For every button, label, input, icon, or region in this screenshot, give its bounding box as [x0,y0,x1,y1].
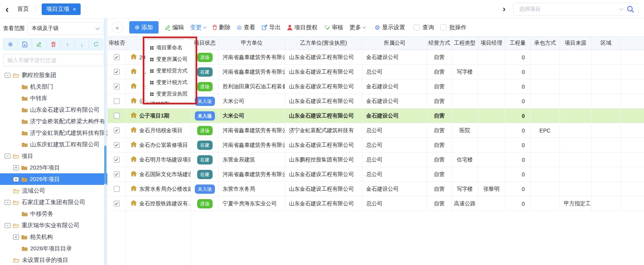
collapse-node-icon[interactable]: − [5,73,10,78]
tree-item[interactable]: 2026年项目目录 [0,243,107,254]
add-node-button[interactable]: ⊕ [3,39,18,50]
back-icon[interactable]: ‹ [5,4,9,14]
change-button[interactable]: 变更 [190,24,206,31]
tab-home[interactable]: 首页 [17,5,29,13]
table-row[interactable]: 金石办公室装修项目在建河南省鑫泰建筑劳务有限公山东金石建设工程有限公司总公司自营… [108,138,644,153]
edit-button[interactable]: 编辑 [165,24,184,31]
row-checkbox[interactable] [114,171,120,177]
move-up-button[interactable]: ↑ [60,39,75,50]
row-checkbox[interactable] [114,84,120,89]
tree-item[interactable]: 山东金石建设工程有限公司 [0,104,107,116]
batch-toggle[interactable]: 批操作 [440,24,467,31]
table-row[interactable]: 东营水务局办公楼改建未入场东营市水务局山东金石建设工程有限公司金石建设公司自营写… [108,182,644,196]
export-icon [262,25,267,30]
query-checkbox[interactable] [414,24,420,30]
column-header[interactable]: 项目来源 [560,37,592,50]
sidebar-scrollbar-thumb[interactable] [104,146,106,184]
view-button[interactable]: ◎ 查看 [237,24,255,31]
expand-node-icon[interactable]: + [13,165,19,170]
tree-item[interactable]: −项目 [0,150,107,162]
tab-project-initiation[interactable]: 项目立项 × [42,3,81,15]
collapse-node-icon[interactable]: − [5,200,10,205]
table-row[interactable]: 金石国际文化市场建设在建河南省鑫泰建筑劳务有限公山东金石建设工程有限公司总公司自… [108,167,644,182]
party-a-cell: 大米公司 [219,109,285,123]
column-header[interactable]: 工程量 [505,37,531,50]
edit-node-button[interactable] [32,39,46,50]
delete-node-button[interactable] [46,39,61,50]
row-checkbox-cell [108,109,126,123]
row-checkbox[interactable] [114,127,120,133]
expand-node-icon[interactable]: + [13,177,19,182]
tree-item[interactable]: +2025年项目 [0,162,107,173]
row-checkbox[interactable] [114,54,120,60]
collapse-sidebar-button[interactable]: « [112,22,123,33]
row-checkbox[interactable] [114,113,120,119]
forward-icon[interactable]: › [503,5,505,13]
refresh-button[interactable] [89,39,103,50]
table-row[interactable]: 金石控股铁路建设有…进场宁夏中房海东实业公司山东金石建设工程有限公司总公司自营高… [108,196,644,211]
tree-item[interactable]: 未设置目录的项目 [0,254,107,265]
tab-label: 项目立项 [46,5,69,13]
column-header[interactable]: 乙方单位(营业执照) [285,37,362,50]
project-status-cell: 在建 [191,138,219,152]
column-header[interactable]: 甲方单位 [219,37,285,50]
column-header[interactable]: 承包方式 [531,37,560,50]
delete-button[interactable]: 删除 [212,24,231,31]
tree-item[interactable]: 中转库 [0,92,107,104]
column-header[interactable]: 审核否 [108,37,126,50]
close-icon[interactable]: × [73,6,76,12]
more-button[interactable]: 更多 [350,24,365,31]
change-menu-item[interactable]: 变更所属公司 [145,54,194,65]
project-authorize-button[interactable]: 项目授权 [287,24,318,31]
column-header[interactable]: 工程类型 [452,37,478,50]
display-settings-button[interactable]: ⚙ 显示设置 [375,24,405,31]
row-checkbox[interactable] [114,157,120,163]
tree-item[interactable]: +相关机构 [0,231,107,243]
type-cell [452,167,478,181]
tree-item[interactable]: 中移劳务 [0,208,107,220]
query-toggle[interactable]: 查询 [414,24,434,31]
column-header[interactable]: 经营方式 [427,37,452,50]
row-checkbox[interactable] [114,142,120,148]
tree-filter-input[interactable] [3,54,104,66]
table-row[interactable]: 公子项目1期未入场大米公司山东金石建设工程有限公司金石建设公司自营0 [108,109,644,123]
move-down-button[interactable]: ↓ [74,39,89,50]
table-row[interactable]: 金石明月市场建设项目在建东营金辰建筑山东鹏程控股集团有限公司总公司自营住宅楼0 [108,153,644,167]
project-select[interactable]: 选择项目 [513,3,639,16]
batch-checkbox[interactable] [440,24,446,30]
tree-item[interactable]: 流域公司 [0,185,107,196]
export-button[interactable]: 导出 [262,24,281,31]
audit-button[interactable]: 审核 [324,24,343,31]
row-checkbox[interactable] [114,186,120,192]
column-header[interactable]: 所属公司 [362,37,427,50]
column-header[interactable]: 项目状态 [191,37,219,50]
tree-item[interactable]: −重庆瑞华实业有限公司 [0,220,107,231]
collapse-node-icon[interactable]: − [5,154,10,159]
row-checkbox[interactable] [114,69,120,75]
expand-node-icon[interactable]: + [13,235,19,240]
contract-cell [531,138,560,152]
tree-item[interactable]: −鹏程控股集团 [0,69,107,81]
tree-item[interactable]: −石家庄建工集团有限公司 [0,196,107,208]
column-header[interactable]: 区域 [592,37,621,50]
change-menu-item[interactable]: 变更计税方式 [145,77,194,88]
scope-select[interactable]: 本级及子级 [27,22,103,35]
change-menu-item[interactable]: 变更营业执照 [145,88,194,100]
add-file-button[interactable] [17,39,32,50]
tree-item[interactable]: 济宁金虹装配式建筑科技有限公 [0,127,107,139]
change-menu-item[interactable]: 变更经营方式 [145,65,194,77]
collapse-node-icon[interactable]: − [5,223,10,228]
search-icon[interactable] [627,5,634,13]
table-row[interactable]: 金石月结税金项目进场河南省鑫泰建筑劳务有限公济宁金虹装配式建筑科技有总公司自营医… [108,123,644,138]
tree-item[interactable]: 山东庆虹建筑工程有限公司 [0,139,107,150]
change-dropdown-menu: 项目重命名变更所属公司变更经营方式变更计税方式变更营业执照 [145,40,194,102]
quantity-cell: 0 [505,94,531,108]
row-checkbox[interactable] [114,98,120,104]
row-checkbox[interactable] [114,201,120,206]
add-button[interactable]: ⊕ 添加 [129,21,159,34]
tree-item[interactable]: +2026年项目 [0,173,107,185]
column-header[interactable]: 项目经理 [478,37,505,50]
change-menu-item[interactable]: 项目重命名 [145,42,194,54]
tree-item[interactable]: 济宁金桥装配式桥梁大构件有 [0,116,107,127]
tree-item[interactable]: 机关部门 [0,81,107,92]
